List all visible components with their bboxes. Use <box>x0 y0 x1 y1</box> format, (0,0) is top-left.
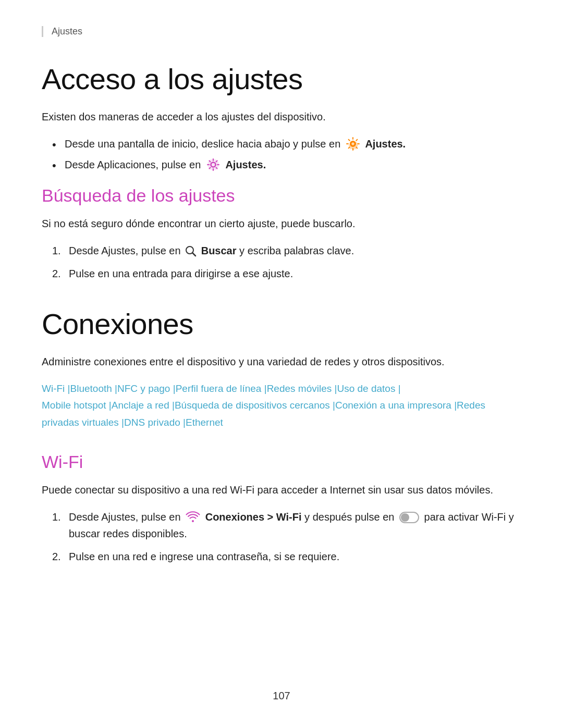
link-ethernet[interactable]: Ethernet <box>186 417 223 428</box>
search-icon <box>185 245 197 256</box>
conexiones-title: Conexiones <box>42 307 521 341</box>
link-dns[interactable]: DNS privado <box>124 417 180 428</box>
gear-orange-icon <box>346 137 360 151</box>
link-redes-moviles[interactable]: Redes móviles <box>267 383 332 394</box>
gear-purple-icon <box>206 157 221 172</box>
acceso-bullet-1: Desde una pantalla de inicio, deslice ha… <box>52 135 521 152</box>
acceso-section: Acceso a los ajustes Existen dos maneras… <box>42 62 521 173</box>
link-mobile-hotspot[interactable]: Mobile hotspot <box>42 400 106 411</box>
acceso-bullet-list: Desde una pantalla de inicio, deslice ha… <box>52 135 521 173</box>
busqueda-steps: 1. Desde Ajustes, pulse en Buscar y escr… <box>52 242 521 282</box>
link-conexion-impresora[interactable]: Conexión a una impresora <box>335 400 451 411</box>
acceso-bullet-2: Desde Aplicaciones, pulse en Ajustes. <box>52 156 521 173</box>
link-uso-datos[interactable]: Uso de datos <box>337 383 395 394</box>
acceso-bullet-2-bold: Ajustes. <box>225 159 266 170</box>
busqueda-step-1-bold: Buscar <box>201 245 239 256</box>
busqueda-intro: Si no está seguro dónde encontrar un cie… <box>42 215 521 232</box>
link-nfc[interactable]: NFC y pago <box>117 383 170 394</box>
breadcrumb: Ajustes <box>42 26 521 37</box>
wifi-step-num-1: 1. <box>52 509 61 525</box>
acceso-bullet-2-text-before: Desde Aplicaciones, pulse en <box>65 159 204 170</box>
link-wifi[interactable]: Wi-Fi <box>42 383 65 394</box>
busqueda-step-1-text-after: y escriba palabras clave. <box>239 245 354 256</box>
acceso-intro: Existen dos maneras de acceder a los aju… <box>42 108 521 125</box>
wifi-step-num-2: 2. <box>52 548 61 565</box>
wifi-icon <box>186 510 200 524</box>
wifi-title: Wi-Fi <box>42 452 521 472</box>
link-anclaje[interactable]: Anclaje a red <box>112 400 169 411</box>
acceso-bullet-1-bold: Ajustes. <box>365 138 406 150</box>
link-busqueda-dispositivos[interactable]: Búsqueda de dispositivos cercanos <box>175 400 330 411</box>
acceso-title: Acceso a los ajustes <box>42 62 521 96</box>
link-bluetooth[interactable]: Bluetooth <box>70 383 112 394</box>
wifi-step-1: 1. Desde Ajustes, pulse en Conexiones > … <box>52 509 521 542</box>
acceso-bullet-1-text-before: Desde una pantalla de inicio, deslice ha… <box>65 138 344 150</box>
conexiones-intro: Administre conexiones entre el dispositi… <box>42 353 521 370</box>
wifi-step-1-bold: Conexiones > Wi-Fi <box>205 511 302 523</box>
busqueda-step-1: 1. Desde Ajustes, pulse en Buscar y escr… <box>52 242 521 259</box>
busqueda-title: Búsqueda de los ajustes <box>42 186 521 206</box>
conexiones-section: Conexiones Administre conexiones entre e… <box>42 307 521 431</box>
wifi-step-2: 2. Pulse en una red e ingrese una contra… <box>52 548 521 565</box>
wifi-section: Wi-Fi Puede conectar su dispositivo a un… <box>42 452 521 565</box>
wifi-steps: 1. Desde Ajustes, pulse en Conexiones > … <box>52 509 521 565</box>
conexiones-links: Wi-Fi |Bluetooth |NFC y pago |Perfil fue… <box>42 380 521 431</box>
busqueda-step-2: 2. Pulse en una entrada para dirigirse a… <box>52 265 521 282</box>
busqueda-step-1-text-before: Desde Ajustes, pulse en <box>69 245 183 256</box>
link-perfil[interactable]: Perfil fuera de línea <box>176 383 262 394</box>
wifi-step-1-text-after: y después pulse en <box>304 511 397 523</box>
wifi-step-2-text: Pulse en una red e ingrese una contraseñ… <box>69 551 339 562</box>
page-number: 107 <box>273 690 290 702</box>
step-num-2: 2. <box>52 265 61 282</box>
wifi-intro: Puede conectar su dispositivo a una red … <box>42 482 521 498</box>
busqueda-step-2-text: Pulse en una entrada para dirigirse a es… <box>69 268 293 279</box>
step-num-1: 1. <box>52 242 61 259</box>
wifi-step-1-text-before: Desde Ajustes, pulse en <box>69 511 183 523</box>
toggle-icon <box>399 512 419 523</box>
busqueda-section: Búsqueda de los ajustes Si no está segur… <box>42 186 521 282</box>
breadcrumb-label: Ajustes <box>52 26 82 36</box>
svg-line-5 <box>193 253 196 256</box>
